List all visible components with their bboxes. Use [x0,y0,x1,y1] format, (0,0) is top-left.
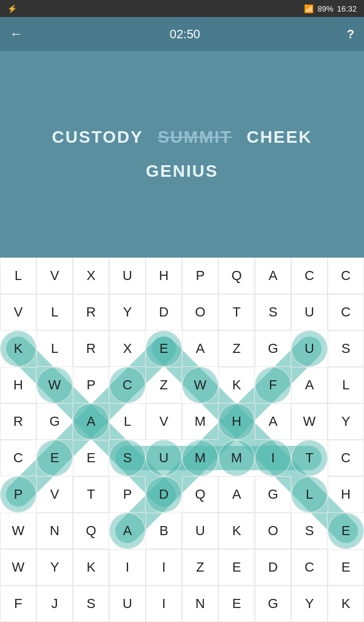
grid-cell[interactable]: E [328,513,364,549]
grid-cell[interactable]: V [36,258,73,294]
help-button[interactable]: ? [347,27,354,41]
grid-cell[interactable]: I [255,440,291,476]
grid-cell[interactable]: R [73,294,109,330]
grid-cell[interactable]: U [109,586,146,622]
grid-cell[interactable]: E [218,549,255,586]
grid-cell[interactable]: V [0,294,36,330]
grid-cell[interactable]: W [0,549,36,586]
grid-cell[interactable]: X [109,330,146,367]
grid-cell[interactable]: P [182,258,218,294]
grid-cell[interactable]: E [73,440,109,476]
grid-cell[interactable]: P [109,476,146,513]
grid-cell[interactable]: F [255,367,291,403]
grid-cell[interactable]: Q [218,258,255,294]
grid-cell[interactable]: C [328,440,364,476]
grid-cell[interactable]: U [291,294,328,330]
grid-cell[interactable]: D [255,549,291,586]
grid-cell[interactable]: G [255,586,291,622]
grid-cell[interactable]: U [182,513,218,549]
grid-cell[interactable]: G [255,476,291,513]
grid-cell[interactable]: W [182,367,218,403]
grid-cell[interactable]: J [36,586,73,622]
grid-cell[interactable]: A [255,403,291,440]
grid-cell[interactable]: E [146,330,182,367]
grid-cell[interactable]: E [218,586,255,622]
grid-cell[interactable]: B [146,513,182,549]
grid-cell[interactable]: E [328,549,364,586]
grid-cell[interactable]: L [328,367,364,403]
grid-cell[interactable]: Y [109,294,146,330]
grid-cell[interactable]: Y [291,586,328,622]
back-button[interactable]: ← [10,26,23,42]
grid-cell[interactable]: A [182,330,218,367]
grid-cell[interactable]: L [109,403,146,440]
grid-cell[interactable]: L [36,330,73,367]
grid-cell[interactable]: K [0,330,36,367]
grid-cell[interactable]: S [291,513,328,549]
grid-cell[interactable]: I [146,586,182,622]
grid-cell[interactable]: T [291,440,328,476]
grid-cell[interactable]: D [146,476,182,513]
grid-cell[interactable]: X [73,258,109,294]
grid-cell[interactable]: O [255,513,291,549]
grid-cell[interactable]: R [0,403,36,440]
grid-cell[interactable]: W [0,513,36,549]
grid-cell[interactable]: Z [218,330,255,367]
grid-cell[interactable]: A [109,513,146,549]
grid-cell[interactable]: C [291,258,328,294]
grid-cell[interactable]: U [109,258,146,294]
grid-cell[interactable]: C [328,294,364,330]
grid-cell[interactable]: L [36,294,73,330]
grid-cell[interactable]: W [36,367,73,403]
grid-cell[interactable]: V [146,403,182,440]
grid-cell[interactable]: P [0,476,36,513]
grid-cell[interactable]: G [255,330,291,367]
grid-cell[interactable]: T [73,476,109,513]
grid-cell[interactable]: C [291,549,328,586]
grid-cell[interactable]: A [218,476,255,513]
grid-cell[interactable]: V [36,476,73,513]
grid-cell[interactable]: O [182,294,218,330]
grid-cell[interactable]: I [146,549,182,586]
grid-cell[interactable]: H [146,258,182,294]
grid-cell[interactable]: A [255,258,291,294]
grid-cell[interactable]: L [0,258,36,294]
grid-cell[interactable]: M [218,440,255,476]
grid-cell[interactable]: K [328,586,364,622]
grid-cell[interactable]: P [73,367,109,403]
grid-cell[interactable]: M [182,403,218,440]
grid-cell[interactable]: N [182,586,218,622]
grid-cell[interactable]: U [291,330,328,367]
grid-cell[interactable]: A [291,367,328,403]
grid-cell[interactable]: N [36,513,73,549]
grid-cell[interactable]: W [291,403,328,440]
grid-cell[interactable]: E [36,440,73,476]
grid-cell[interactable]: K [218,367,255,403]
grid-cell[interactable]: T [218,294,255,330]
grid-cell[interactable]: C [328,258,364,294]
grid-cell[interactable]: C [0,440,36,476]
grid-cell[interactable]: H [218,403,255,440]
grid-cell[interactable]: S [73,586,109,622]
grid-cell[interactable]: M [182,440,218,476]
grid-cell[interactable]: R [73,330,109,367]
grid-cell[interactable]: L [291,476,328,513]
grid-cell[interactable]: A [73,403,109,440]
grid-cell[interactable]: S [255,294,291,330]
grid-cell[interactable]: H [328,476,364,513]
grid-cell[interactable]: Y [36,549,73,586]
grid-cell[interactable]: G [36,403,73,440]
grid-cell[interactable]: Q [182,476,218,513]
grid-cell[interactable]: D [146,294,182,330]
grid-cell[interactable]: Y [328,403,364,440]
grid-cell[interactable]: C [109,367,146,403]
grid-cell[interactable]: S [328,330,364,367]
grid-cell[interactable]: Z [182,549,218,586]
grid-cell[interactable]: I [109,549,146,586]
grid-cell[interactable]: K [218,513,255,549]
grid-cell[interactable]: S [109,440,146,476]
grid-cell[interactable]: Z [146,367,182,403]
grid-cell[interactable]: H [0,367,36,403]
grid-cell[interactable]: U [146,440,182,476]
grid-cell[interactable]: F [0,586,36,622]
